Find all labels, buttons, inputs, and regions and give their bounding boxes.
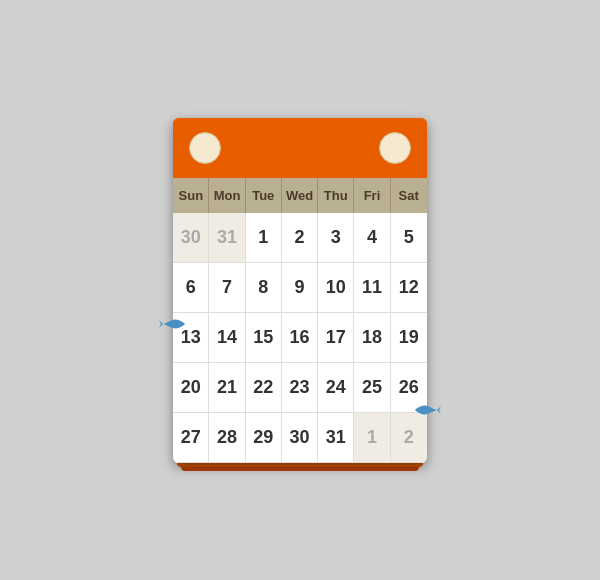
day-cell-week4-day1[interactable]: 28 bbox=[209, 413, 245, 463]
right-pointer-arrow bbox=[413, 396, 441, 428]
day-cell-week0-day1[interactable]: 31 bbox=[209, 213, 245, 263]
day-cell-week3-day2[interactable]: 22 bbox=[246, 363, 282, 413]
days-grid: 3031123456789101112131415161718192021222… bbox=[173, 213, 427, 463]
day-cell-week1-day3[interactable]: 9 bbox=[282, 263, 318, 313]
day-cell-week4-day2[interactable]: 29 bbox=[246, 413, 282, 463]
day-cell-week1-day1[interactable]: 7 bbox=[209, 263, 245, 313]
day-header-thu: Thu bbox=[318, 178, 354, 213]
day-cell-week0-day5[interactable]: 4 bbox=[354, 213, 390, 263]
day-cell-week1-day4[interactable]: 10 bbox=[318, 263, 354, 313]
day-header-tue: Tue bbox=[246, 178, 282, 213]
day-cell-week2-day1[interactable]: 14 bbox=[209, 313, 245, 363]
prev-month-button[interactable] bbox=[189, 132, 221, 164]
day-cell-week3-day4[interactable]: 24 bbox=[318, 363, 354, 413]
day-cell-week0-day3[interactable]: 2 bbox=[282, 213, 318, 263]
day-cell-week3-day3[interactable]: 23 bbox=[282, 363, 318, 413]
next-month-button[interactable] bbox=[379, 132, 411, 164]
day-cell-week1-day0[interactable]: 6 bbox=[173, 263, 209, 313]
day-header-sun: Sun bbox=[173, 178, 209, 213]
day-cell-week1-day6[interactable]: 12 bbox=[391, 263, 427, 313]
day-header-wed: Wed bbox=[282, 178, 318, 213]
day-header-mon: Mon bbox=[209, 178, 245, 213]
day-cell-week3-day5[interactable]: 25 bbox=[354, 363, 390, 413]
day-cell-week2-day6[interactable]: 19 bbox=[391, 313, 427, 363]
day-cell-week2-day3[interactable]: 16 bbox=[282, 313, 318, 363]
day-headers-row: SunMonTueWedThuFriSat bbox=[173, 178, 427, 213]
day-cell-week4-day5[interactable]: 1 bbox=[354, 413, 390, 463]
day-header-sat: Sat bbox=[391, 178, 427, 213]
day-cell-week4-day0[interactable]: 27 bbox=[173, 413, 209, 463]
day-cell-week0-day4[interactable]: 3 bbox=[318, 213, 354, 263]
day-cell-week1-day2[interactable]: 8 bbox=[246, 263, 282, 313]
day-cell-week3-day1[interactable]: 21 bbox=[209, 363, 245, 413]
day-cell-week3-day0[interactable]: 20 bbox=[173, 363, 209, 413]
day-cell-week2-day5[interactable]: 18 bbox=[354, 313, 390, 363]
calendar-widget: SunMonTueWedThuFriSat 303112345678910111… bbox=[173, 118, 427, 463]
day-cell-week4-day4[interactable]: 31 bbox=[318, 413, 354, 463]
day-cell-week0-day2[interactable]: 1 bbox=[246, 213, 282, 263]
calendar-grid: SunMonTueWedThuFriSat 303112345678910111… bbox=[173, 178, 427, 463]
day-header-fri: Fri bbox=[354, 178, 390, 213]
day-cell-week2-day4[interactable]: 17 bbox=[318, 313, 354, 363]
left-pointer-arrow bbox=[159, 310, 187, 342]
day-cell-week1-day5[interactable]: 11 bbox=[354, 263, 390, 313]
calendar-header bbox=[173, 118, 427, 178]
day-cell-week4-day3[interactable]: 30 bbox=[282, 413, 318, 463]
day-cell-week0-day0[interactable]: 30 bbox=[173, 213, 209, 263]
day-cell-week2-day2[interactable]: 15 bbox=[246, 313, 282, 363]
day-cell-week0-day6[interactable]: 5 bbox=[391, 213, 427, 263]
